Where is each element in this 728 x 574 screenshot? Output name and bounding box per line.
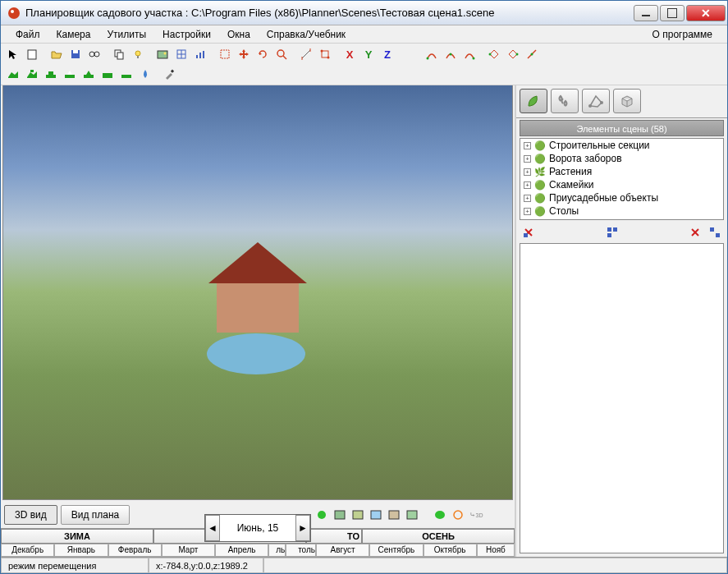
tree-item[interactable]: +🟢Скамейки [520, 178, 723, 191]
maximize-button[interactable] [660, 5, 685, 21]
tab-shape-icon[interactable] [582, 89, 610, 113]
terrain-3-icon[interactable] [42, 65, 60, 83]
terrain-5-icon[interactable] [80, 65, 98, 83]
grid-icon[interactable] [172, 45, 190, 63]
expand-icon[interactable]: + [524, 181, 531, 189]
vt-img1-icon[interactable] [332, 507, 347, 522]
tree-item[interactable]: +🟢Строительные секции [520, 139, 723, 152]
axis-y-button[interactable]: Y [359, 45, 378, 63]
rotate-icon[interactable] [254, 45, 272, 63]
group-2-icon[interactable] [706, 223, 724, 241]
tree-item[interactable]: +🌿Растения [520, 165, 723, 178]
vt-green-dot-icon[interactable] [314, 507, 329, 522]
light-icon[interactable] [129, 45, 147, 63]
month-apr[interactable]: Апрель [215, 544, 268, 557]
viewport-3d[interactable] [2, 85, 513, 500]
month-feb[interactable]: Февраль [108, 544, 162, 557]
main-toolbar: X Y Z [1, 44, 727, 85]
path-tool-1-icon[interactable] [423, 45, 441, 63]
season-summer[interactable]: ТО [306, 529, 362, 544]
select-box-icon[interactable] [216, 45, 234, 63]
view-3d-button[interactable]: 3D вид [4, 505, 57, 525]
move-icon[interactable] [235, 45, 253, 63]
month-jan[interactable]: Январь [54, 544, 108, 557]
zoom-icon[interactable] [272, 45, 291, 63]
month-oct[interactable]: Октябрь [424, 544, 477, 557]
terrain-1-icon[interactable] [4, 65, 22, 83]
menu-windows[interactable]: Окна [219, 27, 259, 42]
terrain-4-icon[interactable] [61, 65, 79, 83]
menu-settings[interactable]: Настройки [154, 27, 219, 42]
menu-camera[interactable]: Камера [48, 27, 99, 42]
expand-icon[interactable]: + [524, 168, 531, 176]
delete-red-icon[interactable] [520, 223, 538, 241]
binoculars-icon[interactable] [85, 45, 103, 63]
app-icon [7, 7, 21, 20]
panel-tabs [516, 85, 727, 118]
vt-img2-icon[interactable] [350, 507, 365, 522]
vt-img4-icon[interactable] [387, 507, 401, 522]
measure-icon[interactable] [297, 45, 315, 63]
month-jul[interactable]: толь [286, 544, 316, 557]
terrain-2-icon[interactable] [23, 65, 41, 83]
delete-red-2-icon[interactable] [686, 223, 704, 241]
view-plan-button[interactable]: Вид плана [61, 505, 130, 525]
tree-item[interactable]: +🟢Приусадебные объекты [520, 191, 723, 204]
menu-file[interactable]: Файл [7, 27, 48, 42]
snap-icon[interactable] [316, 45, 334, 63]
path-tool-4-icon[interactable] [485, 45, 503, 63]
expand-icon[interactable]: + [524, 195, 531, 202]
new-icon[interactable] [23, 45, 41, 63]
tab-leaf-icon[interactable] [520, 89, 547, 113]
save-icon[interactable] [66, 45, 85, 63]
vt-3d-text-icon[interactable]: ⤷3D [469, 507, 483, 522]
folder-icon: 🟢 [534, 140, 546, 150]
tree-item[interactable]: +🟢Ворота заборов [520, 152, 723, 165]
tree-item[interactable]: +🟢Столы [520, 204, 723, 218]
vt-green-oval-icon[interactable] [433, 507, 447, 522]
month-dec[interactable]: Декабрь [1, 544, 54, 557]
open-icon[interactable] [48, 45, 66, 63]
month-nov[interactable]: Нояб [477, 544, 515, 557]
expand-icon[interactable]: + [524, 142, 531, 149]
svg-rect-35 [46, 75, 56, 78]
axis-x-button[interactable]: X [341, 45, 359, 63]
scene-tree[interactable]: +🟢Строительные секции +🟢Ворота заборов +… [520, 138, 724, 220]
vt-img5-icon[interactable] [405, 507, 419, 522]
terrain-6-icon[interactable] [98, 65, 117, 83]
path-tool-5-icon[interactable] [504, 45, 522, 63]
close-button[interactable]: ✕ [686, 5, 726, 21]
pointer-icon[interactable] [4, 45, 22, 63]
chart-icon[interactable] [191, 45, 209, 63]
menu-utilities[interactable]: Утилиты [98, 27, 154, 42]
path-tool-3-icon[interactable] [460, 45, 478, 63]
path-tool-2-icon[interactable] [442, 45, 460, 63]
image-icon[interactable] [153, 45, 172, 63]
expand-icon[interactable]: + [524, 208, 531, 215]
terrain-7-icon[interactable] [117, 65, 135, 83]
month-aug[interactable]: Август [316, 544, 369, 557]
vt-img3-icon[interactable] [369, 507, 383, 522]
menu-about[interactable]: О программе [644, 27, 721, 42]
vt-circle-icon[interactable] [451, 507, 465, 522]
tab-cube-icon[interactable] [613, 89, 641, 113]
month-may[interactable]: ль [268, 544, 286, 557]
path-tool-6-icon[interactable] [523, 45, 541, 63]
copy-icon[interactable] [110, 45, 128, 63]
svg-point-42 [318, 511, 326, 519]
eyedropper-icon[interactable] [161, 65, 179, 83]
tab-link-icon[interactable] [551, 89, 579, 113]
menu-help[interactable]: Справка/Учебник [259, 27, 354, 42]
month-mar[interactable]: Март [162, 544, 215, 557]
minimize-button[interactable] [634, 5, 658, 21]
group-icon[interactable] [603, 223, 621, 241]
axis-z-button[interactable]: Z [378, 45, 396, 63]
month-sep[interactable]: Сентябрь [369, 544, 423, 557]
svg-rect-47 [407, 511, 417, 519]
date-prev-button[interactable]: ◄ [205, 515, 220, 541]
season-winter[interactable]: ЗИМА [1, 529, 153, 544]
season-autumn[interactable]: ОСЕНЬ [362, 529, 515, 544]
date-next-button[interactable]: ► [295, 515, 310, 541]
expand-icon[interactable]: + [524, 155, 531, 163]
water-drop-icon[interactable] [136, 65, 154, 83]
